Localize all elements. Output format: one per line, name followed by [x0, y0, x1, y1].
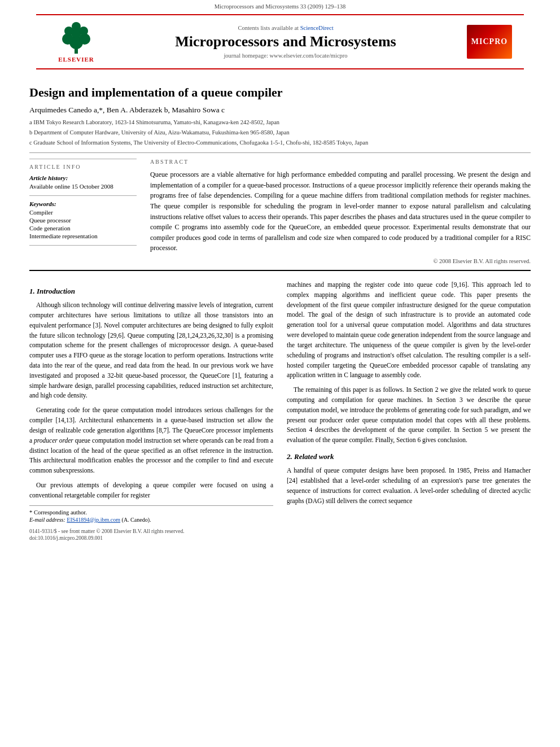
info-abstract-section: ARTICLE INFO Article history: Available …	[29, 159, 531, 264]
abstract-col: ABSTRACT Queue processors are a viable a…	[150, 159, 531, 264]
divider-2	[29, 270, 531, 271]
affil-a: a IBM Tokyo Research Laboratory, 1623-14…	[29, 118, 531, 127]
footnote-email: E-mail address: EIS41894@jp.ibm.com (A. …	[29, 517, 273, 523]
article-history: Article history: Available online 15 Oct…	[29, 174, 137, 190]
keywords-list: Compiler Queue processor Code generation…	[29, 209, 137, 239]
footnotes: * Corresponding author. E-mail address: …	[29, 505, 273, 523]
journal-title: Microprocessors and Microsystems	[107, 33, 464, 50]
intro-heading-text: 1. Introduction	[29, 287, 75, 295]
elsevier-text: ELSEVIER	[58, 56, 94, 63]
keyword-3: Code generation	[29, 225, 137, 231]
affil-c: c Graduate School of Information Systems…	[29, 138, 531, 147]
journal-banner: ELSEVIER Contents lists available at Sci…	[36, 14, 524, 69]
related-work-heading-text: 2. Related work	[287, 452, 334, 461]
keyword-4: Intermediate representation	[29, 233, 137, 239]
micpro-badge-area: MICPRO	[464, 25, 515, 59]
footer-issn: 0141-9331/$ - see front matter © 2008 El…	[29, 528, 185, 534]
page: Microprocessors and Microsystems 33 (200…	[0, 0, 560, 747]
right-para3: A handful of queue computer designs have…	[287, 466, 531, 506]
history-value: Available online 15 October 2008	[29, 183, 137, 190]
sciencedirect-link[interactable]: ScienceDirect	[300, 25, 334, 31]
body-right-text: machines and mapping the register code i…	[287, 280, 531, 506]
affiliations: a IBM Tokyo Research Laboratory, 1623-14…	[29, 118, 531, 147]
right-para1: machines and mapping the register code i…	[287, 280, 531, 381]
svg-point-7	[72, 22, 81, 31]
right-para2: The remaining of this paper is as follow…	[287, 385, 531, 445]
journal-citation: Microprocessors and Microsystems 33 (200…	[215, 3, 345, 10]
abstract-label: ABSTRACT	[150, 159, 531, 165]
sciencedirect-line: Contents lists available at ScienceDirec…	[107, 25, 464, 31]
elsevier-tree-icon	[56, 21, 96, 55]
body-columns: 1. Introduction Although silicon technol…	[29, 280, 531, 541]
body-left-col: 1. Introduction Although silicon technol…	[29, 280, 273, 541]
footer-bottom: 0141-9331/$ - see front matter © 2008 El…	[29, 528, 273, 534]
intro-para1: Although silicon technology will continu…	[29, 300, 273, 401]
banner-center: Contents lists available at ScienceDirec…	[107, 25, 464, 59]
article-title: Design and implementation of a queue com…	[29, 85, 531, 100]
keyword-1: Compiler	[29, 209, 137, 216]
copyright-line: © 2008 Elsevier B.V. All rights reserved…	[150, 258, 531, 264]
email-link[interactable]: EIS41894@jp.ibm.com	[67, 517, 120, 523]
footer-doi: doi:10.1016/j.micpro.2008.09.001	[29, 535, 273, 541]
intro-para3: Our previous attempts of developing a qu…	[29, 480, 273, 501]
article-info-col: ARTICLE INFO Article history: Available …	[29, 159, 137, 264]
main-content: Design and implementation of a queue com…	[0, 69, 560, 552]
journal-homepage: journal homepage: www.elsevier.com/locat…	[107, 53, 464, 59]
keyword-2: Queue processor	[29, 217, 137, 224]
authors-text: Arquimedes Canedo a,*, Ben A. Abderazek …	[29, 106, 225, 114]
intro-para2: Generating code for the queue computatio…	[29, 405, 273, 476]
authors-line: Arquimedes Canedo a,*, Ben A. Abderazek …	[29, 106, 531, 115]
elsevier-logo-area: ELSEVIER	[45, 21, 107, 63]
history-heading: Article history:	[29, 174, 137, 181]
keywords-heading: Keywords:	[29, 200, 137, 207]
body-right-col: machines and mapping the register code i…	[287, 280, 531, 541]
abstract-text: Queue processors are a viable alternativ…	[150, 169, 531, 254]
micpro-badge: MICPRO	[467, 25, 512, 59]
intro-heading: 1. Introduction	[29, 286, 273, 297]
related-work-heading: 2. Related work	[287, 451, 531, 462]
body-left-text: 1. Introduction Although silicon technol…	[29, 286, 273, 501]
affil-b: b Department of Computer Hardware, Unive…	[29, 128, 531, 137]
footnote-star: * Corresponding author.	[29, 509, 273, 516]
divider-1	[29, 152, 531, 153]
journal-header: Microprocessors and Microsystems 33 (200…	[0, 0, 560, 12]
article-info-label: ARTICLE INFO	[29, 164, 137, 170]
keywords-section: Keywords: Compiler Queue processor Code …	[29, 200, 137, 239]
